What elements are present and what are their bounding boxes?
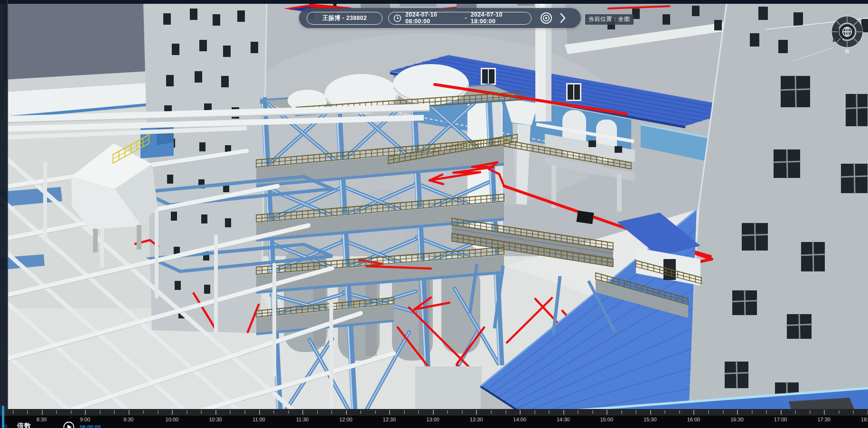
timeline-tick bbox=[476, 410, 477, 415]
timeline-tick-label: 16:00 bbox=[687, 417, 700, 422]
timeline-tick bbox=[346, 410, 347, 415]
timeline-tick bbox=[172, 410, 173, 415]
play-button[interactable] bbox=[63, 421, 75, 428]
timeline-scrubber[interactable] bbox=[0, 409, 868, 416]
timeline-tick bbox=[273, 410, 274, 414]
timeline-tick bbox=[824, 410, 825, 415]
scene-viewport-3d[interactable] bbox=[0, 0, 868, 428]
timeline-tick bbox=[534, 410, 535, 414]
building-left bbox=[140, 4, 267, 333]
timeline-tick bbox=[447, 410, 448, 414]
window bbox=[199, 40, 207, 51]
timeline-tick-label: 15:30 bbox=[644, 417, 657, 422]
timeline-tick-label: 14:00 bbox=[513, 417, 526, 422]
viewport-top-edge bbox=[0, 0, 868, 4]
person-tag-pill[interactable]: 王振博 - 238802 bbox=[307, 12, 383, 25]
timeline-tick bbox=[462, 410, 463, 414]
timeline-tick bbox=[100, 410, 101, 414]
timeline-tick bbox=[158, 410, 159, 414]
window bbox=[221, 76, 229, 87]
locate-person-button[interactable] bbox=[539, 11, 553, 25]
timeline-tick-label: 16:30 bbox=[730, 417, 744, 422]
viewport-left-edge bbox=[0, 0, 7, 428]
window bbox=[574, 84, 580, 100]
playhead-time-label: 08:00:00 bbox=[80, 424, 101, 428]
timeline-tick bbox=[578, 410, 579, 414]
window bbox=[213, 14, 220, 26]
window bbox=[793, 12, 803, 26]
timeline-tick-label: 11:30 bbox=[296, 417, 309, 422]
next-arrow-button[interactable] bbox=[557, 11, 569, 25]
playback-control-panel: 王振博 - 238802 2024-07-10 08:00:00 - 2024-… bbox=[299, 8, 581, 28]
clock-icon bbox=[393, 14, 401, 22]
current-location-badge: 当前位置：全图 bbox=[585, 14, 634, 25]
timeline-tick bbox=[549, 410, 550, 414]
timeline-tick bbox=[317, 410, 318, 414]
window bbox=[204, 285, 210, 294]
time-range-pill[interactable]: 2024-07-10 08:00:00 - 2024-07-10 18:00:0… bbox=[388, 12, 532, 25]
timeline-tick bbox=[839, 410, 840, 414]
timeline-tick bbox=[418, 410, 419, 414]
window bbox=[237, 10, 245, 22]
window bbox=[251, 42, 258, 53]
window bbox=[482, 69, 488, 84]
timeline-playhead[interactable] bbox=[2, 406, 4, 428]
timeline-tick-label: 12:00 bbox=[339, 417, 353, 422]
timeline-tick bbox=[520, 410, 521, 415]
timeline-tick-label: 9:30 bbox=[123, 417, 133, 422]
equipment-box bbox=[576, 211, 594, 224]
timeline-tick-label: 11:00 bbox=[252, 417, 265, 422]
timeline-tick bbox=[259, 410, 260, 415]
timeline-tick-label: 15:00 bbox=[600, 417, 613, 422]
compass-navigation-widget[interactable]: N bbox=[830, 15, 865, 55]
timeline-tick-label: 10:00 bbox=[166, 417, 179, 422]
window bbox=[758, 7, 768, 20]
timeline-tick bbox=[187, 410, 187, 414]
timeline-tick bbox=[201, 410, 202, 414]
window bbox=[167, 175, 173, 184]
timeline-tick bbox=[635, 410, 636, 414]
current-location-label: 当前位置：全图 bbox=[588, 16, 630, 22]
timeline-tick bbox=[664, 410, 665, 414]
timeline-tick bbox=[114, 410, 115, 414]
timeline-tick-label: 8:30 bbox=[37, 417, 47, 422]
timeline-tick bbox=[129, 410, 130, 415]
timeline-tick bbox=[360, 410, 361, 414]
window bbox=[175, 281, 181, 290]
timeline-tick bbox=[215, 410, 216, 415]
window bbox=[223, 46, 231, 57]
compass-north-label: N bbox=[845, 48, 849, 54]
window bbox=[166, 75, 174, 86]
timeline-tick bbox=[56, 410, 57, 414]
timeline-tick-label: 10:30 bbox=[209, 417, 222, 422]
timeline-tick bbox=[752, 410, 753, 414]
window bbox=[190, 9, 197, 20]
timeline-tick-label: 17:00 bbox=[774, 417, 787, 422]
window bbox=[489, 69, 495, 84]
window bbox=[568, 84, 573, 100]
timeline-tick bbox=[693, 410, 694, 415]
timeline-tick bbox=[563, 410, 564, 415]
timeline-tick bbox=[71, 410, 72, 414]
timeline-tick bbox=[621, 410, 622, 414]
window bbox=[750, 33, 759, 47]
window bbox=[195, 71, 202, 83]
timeline-tick bbox=[244, 410, 245, 414]
timeline-labels-row: 8:309:009:3010:0010:3011:0011:3012:0012:… bbox=[0, 416, 868, 428]
timeline-tick bbox=[781, 410, 782, 415]
timeline-tick bbox=[708, 410, 709, 414]
app-viewport: 王振博 - 238802 2024-07-10 08:00:00 - 2024-… bbox=[0, 0, 868, 428]
timeline-tick bbox=[302, 410, 303, 415]
timeline-tick bbox=[389, 410, 390, 415]
speed-multiplier-label: 倍数 bbox=[17, 422, 31, 428]
timeline-tick bbox=[143, 410, 144, 414]
timeline-tick bbox=[795, 410, 796, 414]
window bbox=[663, 14, 670, 25]
timeline-tick bbox=[433, 410, 434, 415]
timeline-tick-label: 12:30 bbox=[383, 417, 396, 422]
window bbox=[172, 44, 179, 55]
window bbox=[163, 13, 171, 25]
timeline-tick bbox=[85, 410, 86, 415]
timeline-tick bbox=[853, 410, 854, 414]
timeline-tick bbox=[27, 410, 28, 414]
